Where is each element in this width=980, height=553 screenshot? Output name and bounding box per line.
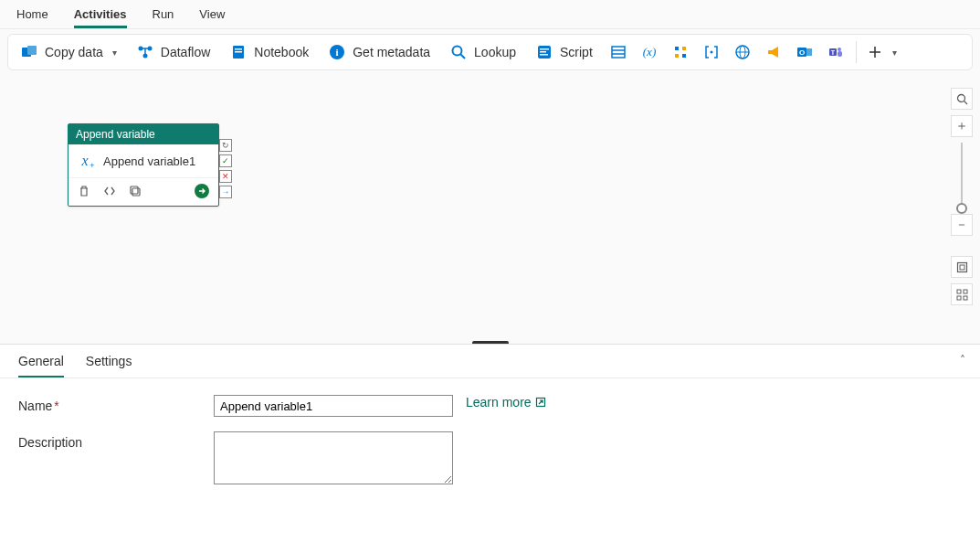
copy-data-button[interactable]: Copy data ▾ [14, 40, 124, 64]
web-button[interactable] [730, 40, 755, 64]
toolbar-separator [856, 41, 857, 63]
copy-icon[interactable] [129, 185, 142, 197]
lookup-button[interactable]: Lookup [443, 40, 523, 64]
tab-home[interactable]: Home [16, 5, 48, 28]
svg-rect-45 [957, 290, 961, 293]
teams-icon: T [827, 44, 844, 60]
get-metadata-label: Get metadata [353, 45, 430, 59]
tab-run[interactable]: Run [153, 5, 174, 28]
activity-body: x+ Append variable1 [68, 144, 218, 177]
properties-tab-settings[interactable]: Settings [86, 352, 132, 378]
set-variable-button[interactable]: (x) [637, 40, 662, 64]
notebook-label: Notebook [254, 45, 309, 59]
outlook-icon: O [796, 44, 813, 60]
lookup-label: Lookup [474, 45, 516, 59]
svg-rect-20 [675, 47, 679, 50]
svg-rect-30 [806, 48, 812, 56]
fit-to-screen-button[interactable] [951, 256, 973, 278]
svg-text:x: x [80, 153, 88, 168]
svg-rect-16 [612, 47, 625, 58]
svg-text:+: + [90, 161, 94, 170]
outcome-success-handle[interactable]: ✓ [219, 154, 232, 167]
copy-data-icon [21, 44, 37, 60]
delete-icon[interactable] [78, 185, 90, 197]
svg-rect-22 [675, 54, 679, 58]
tab-activities[interactable]: Activities [74, 5, 127, 28]
svg-text:T: T [831, 49, 836, 56]
run-arrow-icon[interactable] [195, 184, 209, 198]
svg-rect-6 [235, 48, 242, 50]
outlook-button[interactable]: O [792, 40, 817, 64]
name-label: Name* [18, 395, 214, 413]
learn-more-link[interactable]: Learn more [466, 395, 546, 409]
tab-view[interactable]: View [199, 5, 225, 28]
minimap-button[interactable] [951, 283, 973, 305]
svg-rect-21 [682, 47, 686, 50]
get-metadata-button[interactable]: i Get metadata [321, 40, 437, 64]
script-button[interactable]: Script [529, 40, 600, 64]
svg-rect-48 [964, 296, 967, 300]
dataflow-button[interactable]: Dataflow [130, 40, 217, 64]
svg-rect-44 [960, 265, 964, 270]
variable-x-icon: x+ [78, 152, 96, 170]
properties-tab-general[interactable]: General [18, 352, 64, 378]
outcome-fail-handle[interactable]: ✕ [219, 170, 232, 183]
svg-rect-7 [235, 51, 242, 53]
dataflow-icon [137, 44, 153, 60]
svg-rect-23 [682, 54, 686, 58]
wait-button[interactable] [699, 40, 724, 64]
top-tabs: Home Activities Run View [0, 0, 980, 29]
svg-text:i: i [336, 47, 339, 58]
pipeline-canvas[interactable]: Append variable x+ Append variable1 ↻ ✓ … [0, 75, 980, 345]
outcome-skip-handle[interactable]: ↻ [219, 139, 232, 152]
svg-rect-46 [964, 290, 967, 293]
description-row: Description [18, 431, 962, 484]
functions-button[interactable] [668, 40, 693, 64]
svg-text:(x): (x) [643, 45, 656, 58]
add-activity-button[interactable]: ▾ [864, 40, 901, 64]
zoom-in-button[interactable]: ＋ [951, 115, 973, 137]
external-link-icon [535, 397, 546, 408]
svg-rect-39 [131, 186, 138, 194]
svg-point-33 [838, 48, 841, 51]
activities-toolbar: Copy data ▾ Dataflow Notebook i Get meta… [7, 34, 973, 70]
table-icon [610, 44, 627, 60]
chevron-down-icon: ▾ [892, 48, 897, 58]
activity-name: Append variable1 [103, 154, 195, 168]
chevron-down-icon: ▾ [112, 48, 117, 58]
svg-line-11 [461, 55, 466, 59]
svg-point-10 [453, 47, 462, 56]
variable-icon: (x) [641, 44, 658, 60]
svg-rect-34 [838, 51, 842, 57]
activity-node-append-variable[interactable]: Append variable x+ Append variable1 [68, 123, 219, 207]
activity-type-label: Append variable [68, 124, 218, 144]
webhook-button[interactable] [761, 40, 786, 64]
teams-button[interactable]: T [823, 40, 848, 64]
name-input[interactable] [214, 395, 453, 417]
notebook-icon [230, 44, 247, 60]
svg-point-41 [957, 94, 964, 101]
svg-text:O: O [799, 48, 805, 57]
svg-rect-14 [540, 51, 546, 53]
zoom-slider[interactable] [961, 143, 963, 208]
canvas-search-button[interactable] [951, 88, 973, 110]
code-icon[interactable] [103, 185, 116, 197]
stored-procedure-button[interactable] [606, 40, 631, 64]
svg-rect-13 [540, 48, 549, 50]
notebook-button[interactable]: Notebook [223, 40, 316, 64]
function-icon [672, 44, 689, 60]
globe-icon [734, 44, 751, 60]
name-row: Name* Learn more [18, 395, 962, 417]
script-icon [536, 44, 553, 60]
description-label: Description [18, 431, 214, 450]
description-input[interactable] [214, 431, 453, 484]
plus-icon [867, 44, 883, 60]
zoom-slider-thumb[interactable] [956, 203, 967, 214]
brackets-icon [703, 44, 720, 60]
copy-data-label: Copy data [45, 45, 103, 59]
outcome-completion-handle[interactable]: → [219, 186, 232, 198]
properties-tabs: General Settings ˄ [0, 345, 980, 378]
canvas-controls: ＋ － [951, 88, 973, 305]
collapse-panel-icon[interactable]: ˄ [960, 354, 965, 367]
zoom-out-button[interactable]: － [951, 214, 973, 236]
